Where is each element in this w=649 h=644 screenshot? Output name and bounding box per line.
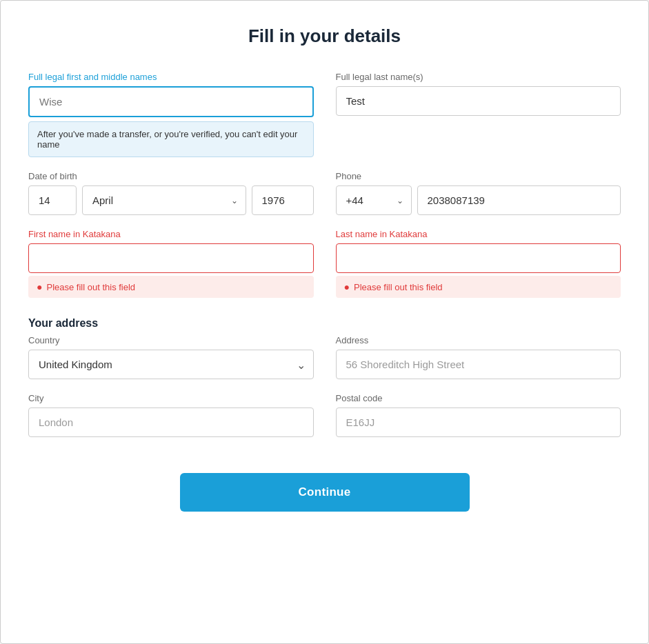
page-title: Fill in your details [28, 26, 621, 47]
city-input[interactable] [28, 407, 314, 437]
last-name-input[interactable] [336, 86, 621, 116]
city-group: City [28, 393, 314, 437]
address-input[interactable] [336, 350, 621, 379]
katakana-last-error: ● Please fill out this field [336, 276, 621, 298]
katakana-first-group: First name in Katakana ● Please fill out… [28, 229, 314, 298]
country-select[interactable]: United Kingdom United States Germany Fra… [28, 350, 314, 379]
katakana-last-input[interactable] [336, 243, 621, 273]
first-names-input[interactable] [28, 86, 314, 117]
phone-label: Phone [336, 171, 621, 181]
dob-month-select[interactable]: January February March April May June Ju… [82, 185, 246, 215]
postal-group: Postal code [336, 393, 621, 437]
country-label: Country [28, 335, 314, 345]
katakana-first-label: First name in Katakana [28, 229, 314, 239]
dob-group: Date of birth January February March Apr… [28, 171, 314, 215]
katakana-first-error: ● Please fill out this field [28, 276, 314, 298]
continue-button[interactable]: Continue [180, 473, 470, 512]
postal-input[interactable] [336, 407, 621, 437]
dob-label: Date of birth [28, 171, 314, 181]
address-label: Address [336, 335, 621, 345]
first-names-label: Full legal first and middle names [28, 72, 314, 82]
city-label: City [28, 393, 314, 403]
last-name-group: Full legal last name(s) [336, 72, 621, 157]
phone-group: Phone +44 +1 +91 ⌄ [336, 171, 621, 215]
country-group: Country United Kingdom United States Ger… [28, 335, 314, 379]
katakana-last-group: Last name in Katakana ● Please fill out … [336, 229, 621, 298]
dob-year-input[interactable] [252, 185, 314, 215]
address-section-label: Your address [28, 317, 621, 330]
form-card: Fill in your details Full legal first an… [0, 0, 649, 644]
katakana-last-label: Last name in Katakana [336, 229, 621, 239]
katakana-first-input[interactable] [28, 243, 314, 273]
error-icon-katakana-last: ● [344, 281, 350, 292]
error-icon-katakana-first: ● [37, 281, 42, 292]
dob-day-input[interactable] [28, 185, 77, 215]
phone-number-input[interactable] [417, 185, 621, 215]
postal-label: Postal code [336, 393, 621, 403]
last-name-label: Full legal last name(s) [336, 72, 621, 82]
address-group: Address [336, 335, 621, 379]
name-tooltip: After you've made a transfer, or you're … [28, 121, 314, 157]
first-names-group: Full legal first and middle names After … [28, 72, 314, 157]
phone-country-select[interactable]: +44 +1 +91 [336, 185, 412, 215]
